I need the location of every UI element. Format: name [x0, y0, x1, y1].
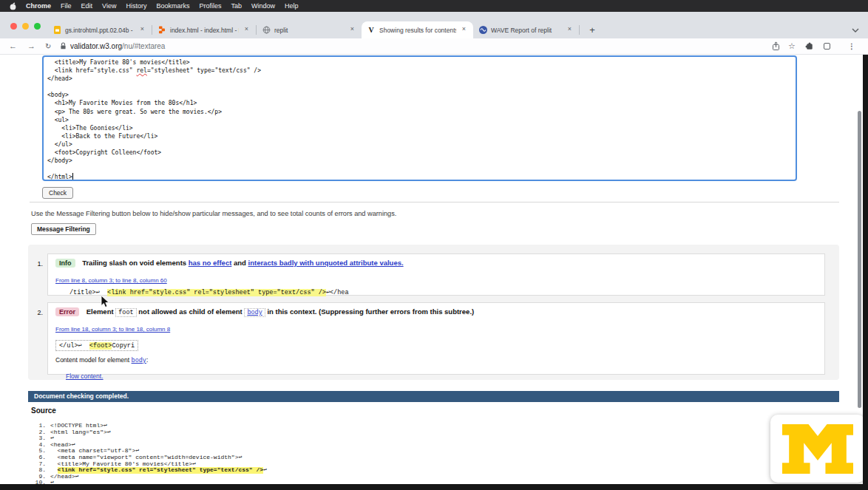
menu-edit[interactable]: Edit [81, 2, 93, 10]
body-code-link[interactable]: body [244, 308, 265, 317]
source-heading: Source [31, 406, 56, 415]
tab-label: index.html - index.html - Replit [170, 27, 239, 34]
message-number: 1. [34, 260, 43, 268]
browser-menu-dots-icon[interactable]: ⋮ [848, 38, 855, 54]
menu-help[interactable]: Help [285, 2, 299, 10]
interacts-badly-link[interactable]: interacts badly with unquoted attribute … [248, 259, 404, 267]
form-divider [30, 202, 839, 203]
url-path: /nu/#textarea [122, 42, 165, 50]
highlighted-code: <link href="style.css" rel="stylesheet" … [107, 289, 326, 296]
new-tab-button[interactable]: + [586, 24, 598, 35]
back-icon[interactable]: ← [9, 38, 17, 54]
tab-close-icon[interactable]: × [138, 26, 146, 34]
url-domain: validator.w3.org [70, 42, 122, 50]
apple-logo-icon[interactable] [10, 2, 16, 10]
window-controls [10, 23, 41, 30]
tab-close-icon[interactable]: × [348, 26, 356, 34]
macos-menu-bar: Chrome File Edit View History Bookmarks … [0, 0, 868, 12]
code-line [47, 165, 792, 173]
scrollbar-thumb[interactable] [858, 111, 861, 408]
message-text: and [234, 259, 246, 267]
michigan-block-m-logo [782, 424, 853, 474]
info-message-title: Info Trailing slash on void elements has… [55, 259, 817, 268]
check-button[interactable]: Check [42, 187, 73, 199]
frame-edge-bottom [0, 484, 868, 490]
code-line [47, 83, 792, 91]
messages-panel: 1. Info Trailing slash on void elements … [28, 245, 839, 380]
tab-label: WAVE Report of replit [491, 27, 562, 34]
menu-history[interactable]: History [126, 2, 146, 10]
message-text: not allowed as child of element [138, 307, 242, 316]
menu-view[interactable]: View [102, 2, 116, 10]
menu-file[interactable]: File [61, 2, 72, 10]
code-line: <h1>My Favorite Movies from the 80s</h1> [47, 99, 792, 107]
validator-page: <title>My Favorite 80's movies</title> <… [0, 55, 868, 484]
globe-icon [262, 26, 271, 35]
reload-icon[interactable]: ↻ [45, 38, 51, 54]
tab-close-icon[interactable]: × [243, 26, 251, 34]
menu-bookmarks[interactable]: Bookmarks [156, 2, 189, 10]
completed-banner: Document checking completed. [28, 391, 839, 402]
source-line: 9.</head>↩ [30, 474, 267, 480]
code-line: <li>The Goonies</li> [47, 124, 792, 132]
google-slides-icon [52, 26, 61, 35]
replit-icon [157, 26, 166, 35]
line-location-link[interactable]: From line 18, column 3; to line 18, colu… [55, 326, 170, 333]
content-model-text: Content model for element body: [55, 356, 817, 364]
code-extract: /title>↩ <link href="style.css" rel="sty… [55, 288, 817, 296]
error-badge: Error [55, 307, 79, 316]
code-line: <body> [47, 91, 792, 99]
lock-icon[interactable] [60, 42, 67, 50]
tab-separator [256, 25, 257, 35]
wave-icon [478, 26, 487, 35]
menu-tab[interactable]: Tab [231, 2, 242, 10]
message-filtering-button[interactable]: Message Filtering [31, 223, 96, 235]
code-line: <link href="style.css" rel="stylesheet" … [47, 67, 792, 75]
tab-close-icon[interactable]: × [460, 26, 468, 34]
browser-toolbar: ← → ↻ validator.w3.org/nu/#textarea ☆ ⋮ [0, 38, 868, 55]
filter-hint-text: Use the Message Filtering button below t… [31, 210, 396, 217]
flow-content-link[interactable]: Flow content. [66, 372, 104, 380]
code-extract: </ul>↩ <foot>Copyri [55, 340, 138, 351]
tab-replit[interactable]: replit × [257, 21, 362, 38]
code-line: <title>My Favorite 80's movies</title> [47, 58, 792, 67]
info-badge: Info [55, 259, 75, 268]
highlighted-source: <link href="style.css" rel="stylesheet" … [58, 467, 263, 474]
tabs-row: gs.introhtml.ppt.02.04b - Goo × index.ht… [47, 21, 598, 38]
address-bar[interactable]: validator.w3.org/nu/#textarea [70, 38, 165, 54]
tab-label: Showing results for contents o [379, 27, 456, 34]
tab-replit-editor[interactable]: index.html - index.html - Replit × [152, 21, 256, 38]
tab-slides[interactable]: gs.introhtml.ppt.02.04b - Goo × [47, 21, 152, 38]
close-window-button[interactable] [10, 23, 17, 30]
code-line: <p> The 80s were great. So were the movi… [47, 108, 792, 116]
tab-validator-active[interactable]: V Showing results for contents o × [362, 21, 473, 38]
code-line: <li>Back to the Future</li> [47, 132, 792, 140]
tab-close-icon[interactable]: × [566, 26, 574, 34]
michigan-watermark [770, 415, 865, 483]
code-line: </head> [47, 75, 792, 83]
tab-label: replit [274, 27, 345, 34]
menu-chrome[interactable]: Chrome [26, 2, 51, 10]
error-message-title: Error Element foot not allowed as child … [55, 307, 817, 316]
error-message: Error Element foot not allowed as child … [47, 302, 825, 375]
source-line: 2.<html lang="es">↩ [30, 429, 267, 436]
tab-wave-report[interactable]: WAVE Report of replit × [473, 21, 579, 38]
body-element-link[interactable]: body [132, 357, 146, 364]
html-source-textarea[interactable]: <title>My Favorite 80's movies</title> <… [42, 55, 797, 181]
minimize-window-button[interactable] [22, 23, 29, 30]
screen: Chrome File Edit View History Bookmarks … [0, 0, 868, 490]
menu-profiles[interactable]: Profiles [199, 2, 221, 10]
source-listing: 1.<!DOCTYPE html>↩ 2.<html lang="es">↩ 3… [30, 423, 267, 484]
frame-edge-right [863, 55, 868, 490]
has-no-effect-link[interactable]: has no effect [189, 259, 232, 267]
highlighted-code: <foot> [89, 342, 112, 350]
bookmark-star-icon[interactable]: ☆ [788, 38, 796, 54]
tab-strip: gs.introhtml.ppt.02.04b - Goo × index.ht… [0, 12, 868, 38]
menu-window[interactable]: Window [251, 2, 275, 10]
message-number: 2. [34, 309, 43, 316]
zoom-window-button[interactable] [34, 23, 41, 30]
tab-search-chevron-icon[interactable] [852, 22, 859, 35]
nu-validator-icon: V [367, 26, 376, 35]
line-location-link[interactable]: From line 8, column 3; to line 8, column… [55, 277, 167, 284]
forward-icon[interactable]: → [27, 38, 35, 54]
